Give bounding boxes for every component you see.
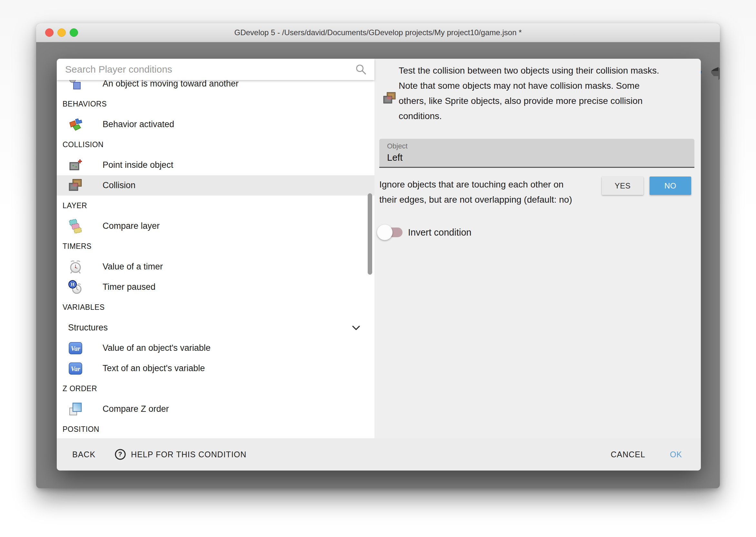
condition-item-value-of-an-object-s-variable[interactable]: Value of an object's variable (57, 338, 374, 358)
timer-paused-icon (68, 279, 83, 295)
list-section-header-z-order: Z ORDER (57, 379, 374, 399)
point-inside-icon (68, 157, 83, 173)
toggle-thumb (377, 225, 393, 240)
cancel-button[interactable]: CANCEL (605, 445, 651, 464)
condition-item-compare-layer[interactable]: Compare layer (57, 216, 374, 236)
object-field-label: Object (387, 142, 408, 150)
condition-item-an-object-is-moving-toward-another[interactable]: An object is moving toward another (57, 80, 374, 94)
ok-button[interactable]: OK (664, 445, 688, 464)
zoom-window-button[interactable] (70, 28, 78, 37)
object-field-value: Left (387, 152, 402, 163)
behavior-icon (68, 117, 83, 132)
condition-item-value-of-a-timer[interactable]: Value of a timer (57, 257, 374, 277)
condition-list: An object is moving toward another BEHAV… (57, 80, 374, 438)
move-toward-icon (68, 80, 83, 92)
zorder-icon (68, 401, 83, 417)
list-scrollbar[interactable] (368, 193, 372, 275)
list-section-header-layer: LAYER (57, 195, 374, 216)
help-button-label: HELP FOR THIS CONDITION (131, 450, 246, 459)
collision-icon (382, 91, 397, 106)
no-button[interactable]: NO (650, 177, 691, 195)
list-section-header-behaviors: BEHAVIORS (57, 94, 374, 114)
list-section-header-collision: COLLISION (57, 135, 374, 155)
condition-item-text-of-an-object-s-variable[interactable]: Text of an object's variable (57, 358, 374, 379)
condition-detail-panel: Test the collision between two objects u… (374, 59, 701, 438)
var-icon (68, 361, 83, 376)
timer-icon (68, 259, 83, 275)
search-bar (57, 59, 374, 80)
minimize-window-button[interactable] (57, 28, 66, 37)
layer-icon (68, 219, 83, 234)
condition-item-compare-z-order[interactable]: Compare Z order (57, 399, 374, 419)
help-button[interactable]: HELP FOR THIS CONDITION (108, 444, 252, 465)
condition-item-behavior-activated[interactable]: Behavior activated (57, 114, 374, 135)
condition-list-panel: An object is moving toward another BEHAV… (57, 59, 374, 438)
condition-item-collision[interactable]: Collision (57, 175, 374, 195)
window-titlebar: GDevelop 5 - /Users/david/Documents/GDev… (36, 23, 720, 42)
invert-condition-toggle[interactable] (380, 225, 409, 239)
back-button[interactable]: BACK (66, 445, 101, 464)
object-field[interactable]: Object Left (379, 139, 695, 168)
magnifier-icon (355, 63, 367, 76)
search-input[interactable] (64, 63, 355, 75)
chevron-down-icon (351, 322, 361, 333)
collision-icon (68, 178, 83, 193)
condition-description: Test the collision between two objects u… (398, 63, 695, 124)
window-title: GDevelop 5 - /Users/david/Documents/GDev… (36, 23, 720, 42)
var-icon (68, 341, 83, 356)
condition-item-point-inside-object[interactable]: Point inside object (57, 155, 374, 175)
redo-icon[interactable] (709, 64, 720, 85)
dialog-footer: BACK HELP FOR THIS CONDITION CANCEL OK (57, 438, 701, 471)
invert-condition-label: Invert condition (408, 225, 472, 239)
help-circle-icon (114, 448, 127, 461)
list-section-header-timers: TIMERS (57, 236, 374, 257)
condition-item-timer-paused[interactable]: Timer paused (57, 277, 374, 297)
list-section-header-position: POSITION (57, 419, 374, 438)
condition-editor-dialog: An object is moving toward another BEHAV… (57, 59, 701, 471)
close-window-button[interactable] (45, 28, 54, 37)
condition-group-structures[interactable]: Structures (57, 317, 374, 338)
list-section-header-variables: VARIABLES (57, 297, 374, 317)
yes-button[interactable]: YES (602, 177, 643, 195)
ignore-edges-question: Ignore objects that are touching each ot… (379, 177, 599, 207)
